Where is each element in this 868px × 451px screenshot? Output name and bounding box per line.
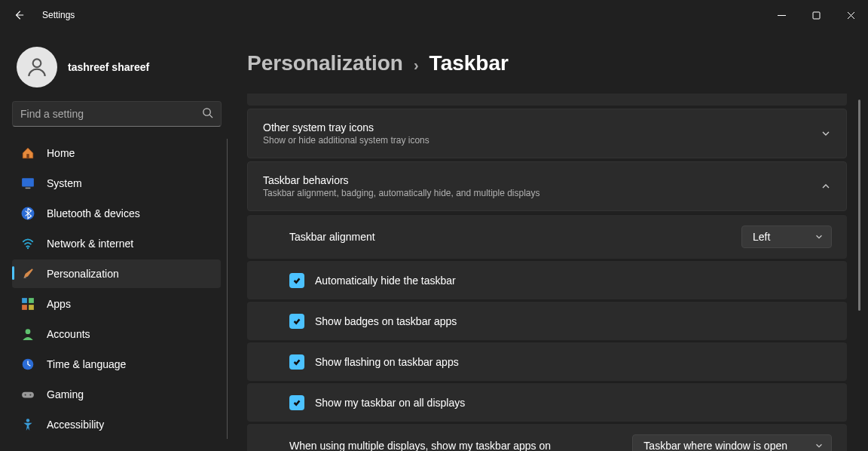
user-profile[interactable]: tashreef shareef (12, 42, 228, 101)
chevron-down-icon (821, 128, 831, 139)
row-all-displays[interactable]: Show my taskbar on all displays (247, 382, 847, 422)
search-input[interactable] (20, 108, 202, 120)
panel-taskbar-behaviors[interactable]: Taskbar behaviors Taskbar alignment, bad… (248, 162, 846, 210)
checkbox-autohide[interactable] (289, 273, 304, 288)
svg-point-17 (26, 419, 30, 422)
maximize-button[interactable] (799, 3, 833, 27)
avatar (17, 47, 57, 87)
svg-rect-3 (26, 154, 29, 158)
checkbox-all-displays[interactable] (289, 395, 304, 410)
multi-display-dropdown[interactable]: Taskbar where window is open (632, 434, 832, 451)
close-button[interactable] (833, 3, 868, 27)
svg-point-12 (26, 329, 31, 334)
alignment-label: Taskbar alignment (289, 231, 375, 243)
nav-item-system[interactable]: System (12, 169, 221, 198)
nav-item-accounts[interactable]: Accounts (12, 320, 221, 348)
nav-item-network[interactable]: Network & internet (12, 229, 221, 258)
nav-item-home[interactable]: Home (12, 139, 221, 167)
apps-icon (21, 297, 35, 311)
chevron-right-icon: › (414, 57, 419, 74)
svg-rect-4 (22, 178, 34, 186)
svg-rect-9 (29, 298, 34, 303)
clock-icon (21, 357, 35, 371)
gamepad-icon (21, 388, 35, 401)
username: tashreef shareef (68, 61, 149, 73)
checkbox-badges[interactable] (289, 314, 304, 329)
svg-point-2 (203, 109, 210, 115)
svg-rect-11 (29, 305, 34, 310)
accessibility-icon (21, 418, 35, 431)
row-taskbar-alignment: Taskbar alignment Left (247, 214, 847, 259)
svg-point-16 (29, 394, 31, 395)
nav-item-gaming[interactable]: Gaming (12, 380, 221, 409)
scrollbar[interactable] (858, 100, 860, 311)
alignment-dropdown[interactable]: Left (741, 226, 832, 248)
row-badges[interactable]: Show badges on taskbar apps (247, 301, 847, 340)
row-multi-display-apps: When using multiple displays, show my ta… (247, 423, 847, 451)
home-icon (21, 146, 35, 160)
brush-icon (21, 267, 35, 281)
nav-item-time[interactable]: Time & language (12, 350, 221, 379)
minimize-button[interactable] (764, 3, 799, 27)
wifi-icon (21, 237, 35, 250)
svg-rect-10 (22, 305, 27, 310)
breadcrumb: Personalization › Taskbar (247, 51, 860, 75)
chevron-down-icon (815, 441, 824, 450)
breadcrumb-parent[interactable]: Personalization (247, 51, 403, 75)
row-flashing[interactable]: Show flashing on taskbar apps (247, 342, 847, 381)
panel-other-tray-icons[interactable]: Other system tray icons Show or hide add… (248, 109, 846, 158)
search-box[interactable] (12, 101, 222, 127)
svg-point-15 (25, 394, 26, 395)
svg-point-1 (33, 59, 41, 67)
multi-display-label: When using multiple displays, show my ta… (289, 440, 551, 451)
back-button[interactable] (14, 10, 24, 20)
nav-item-apps[interactable]: Apps (12, 290, 221, 318)
window-controls (764, 3, 868, 27)
svg-rect-0 (813, 12, 820, 19)
window-title: Settings (42, 10, 75, 20)
person-icon (21, 327, 35, 341)
svg-rect-14 (22, 392, 34, 398)
system-icon (21, 176, 35, 190)
row-autohide[interactable]: Automatically hide the taskbar (247, 260, 847, 299)
breadcrumb-current: Taskbar (429, 51, 509, 75)
nav-item-bluetooth[interactable]: Bluetooth & devices (12, 199, 221, 228)
panel-sliver (247, 94, 847, 106)
checkbox-flashing[interactable] (289, 354, 304, 370)
svg-rect-8 (22, 298, 27, 303)
bluetooth-icon (21, 207, 35, 220)
svg-point-7 (27, 247, 29, 249)
svg-rect-5 (26, 188, 31, 189)
nav-item-accessibility[interactable]: Accessibility (12, 410, 221, 439)
search-icon (202, 107, 213, 121)
chevron-down-icon (815, 232, 824, 241)
chevron-up-icon (821, 181, 831, 192)
nav-item-personalization[interactable]: Personalization (12, 259, 221, 288)
